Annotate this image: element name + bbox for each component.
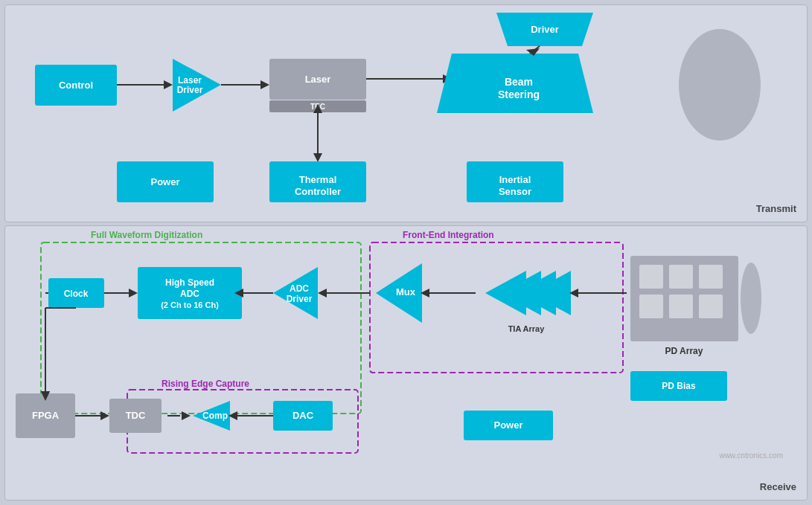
svg-text:Power: Power — [493, 419, 522, 431]
svg-text:Inertial: Inertial — [499, 174, 531, 185]
svg-point-33 — [679, 29, 761, 141]
svg-text:Thermal: Thermal — [299, 174, 337, 185]
svg-point-74 — [741, 263, 761, 334]
svg-text:Driver: Driver — [287, 294, 313, 304]
svg-text:PD Bias: PD Bias — [662, 381, 696, 391]
svg-text:Rising Edge Capture: Rising Edge Capture — [162, 379, 249, 389]
svg-text:Controller: Controller — [295, 186, 341, 197]
svg-text:PD Array: PD Array — [665, 346, 703, 356]
svg-rect-69 — [699, 265, 723, 289]
svg-text:Sensor: Sensor — [499, 186, 531, 197]
svg-text:FPGA: FPGA — [32, 410, 60, 421]
svg-text:Comp: Comp — [202, 411, 228, 421]
svg-text:Driver: Driver — [177, 85, 203, 95]
svg-text:TIA Array: TIA Array — [508, 324, 546, 333]
svg-text:DAC: DAC — [292, 410, 314, 421]
svg-marker-8 — [260, 80, 269, 89]
svg-text:Beam: Beam — [505, 76, 533, 88]
receive-label: Receive — [760, 481, 796, 492]
svg-marker-3 — [164, 80, 173, 89]
svg-text:Steering: Steering — [498, 89, 540, 100]
svg-text:ADC: ADC — [290, 283, 309, 294]
svg-text:Laser: Laser — [305, 74, 331, 85]
svg-marker-82 — [182, 411, 191, 420]
svg-rect-68 — [669, 265, 693, 289]
svg-marker-54 — [318, 289, 327, 297]
transmit-svg: Control Laser Driver Laser TEC Therma — [5, 5, 793, 225]
svg-text:Clock: Clock — [64, 289, 89, 299]
receive-svg: Full Waveform Digitization Front-End Int… — [5, 226, 793, 464]
main-container: Transmit Control Laser Driver Laser TEC — [0, 0, 812, 505]
svg-text:Front-End Integration: Front-End Integration — [403, 230, 494, 240]
svg-text:Mux: Mux — [396, 286, 416, 297]
svg-text:Power: Power — [150, 176, 179, 187]
svg-rect-70 — [639, 295, 663, 318]
svg-text:www.cntronics.com: www.cntronics.com — [718, 451, 783, 460]
svg-text:Full Waveform Digitization: Full Waveform Digitization — [91, 230, 202, 240]
svg-text:Driver: Driver — [531, 24, 559, 35]
svg-rect-67 — [639, 265, 663, 289]
svg-text:Laser: Laser — [178, 75, 202, 86]
svg-text:High Speed: High Speed — [165, 277, 214, 288]
svg-text:(2 Ch to 16 Ch): (2 Ch to 16 Ch) — [161, 300, 219, 309]
svg-rect-72 — [699, 295, 723, 318]
svg-marker-15 — [313, 153, 322, 162]
svg-marker-43 — [129, 289, 138, 297]
svg-text:ADC: ADC — [180, 289, 199, 299]
transmit-section: Transmit Control Laser Driver Laser TEC — [4, 4, 808, 222]
svg-text:TDC: TDC — [126, 410, 146, 421]
svg-marker-78 — [100, 411, 109, 420]
svg-rect-71 — [669, 295, 693, 318]
receive-section: Receive Full Waveform Digitization Front… — [4, 225, 808, 501]
svg-text:Control: Control — [59, 80, 93, 91]
